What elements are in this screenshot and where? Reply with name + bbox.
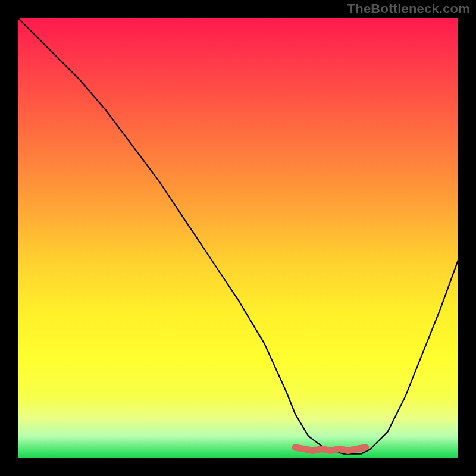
watermark-text: TheBottleneck.com — [347, 1, 470, 17]
optimal-region-marker — [295, 447, 365, 451]
bottleneck-curve-line — [18, 18, 458, 454]
chart-container: TheBottleneck.com — [0, 0, 476, 476]
chart-overlay — [18, 18, 458, 458]
